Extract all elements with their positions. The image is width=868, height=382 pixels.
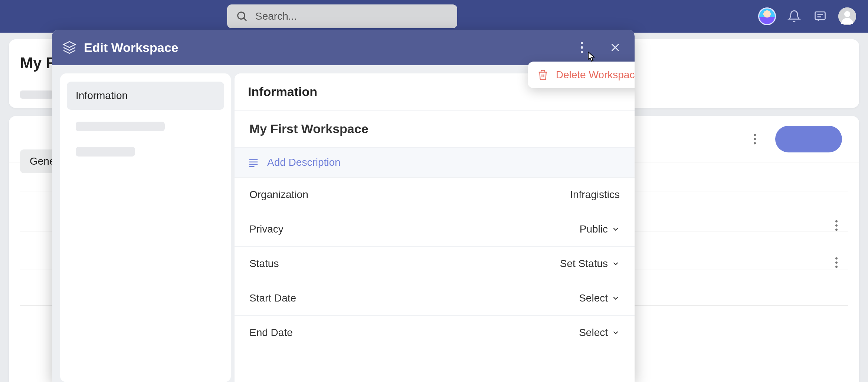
svg-point-17 — [581, 46, 583, 49]
delete-workspace-menu-item[interactable]: Delete Workspace — [556, 69, 635, 81]
field-label: Organization — [249, 189, 308, 201]
skeleton-placeholder — [76, 122, 165, 131]
skeleton-placeholder — [76, 147, 135, 157]
search-input[interactable] — [255, 10, 448, 22]
add-description-row[interactable]: Add Description — [235, 148, 635, 178]
assistant-avatar-icon[interactable] — [758, 7, 776, 25]
trash-icon — [537, 69, 548, 80]
organization-value[interactable]: Infragistics — [570, 189, 620, 201]
svg-point-8 — [754, 138, 756, 140]
svg-point-12 — [835, 228, 838, 231]
chevron-down-icon — [612, 294, 620, 302]
svg-point-10 — [835, 220, 838, 223]
field-start-date: Start Date Select — [235, 281, 635, 316]
svg-point-7 — [754, 134, 756, 136]
edit-workspace-modal: Edit Workspace Delete Workspace Informat… — [52, 30, 635, 382]
user-avatar-icon[interactable] — [838, 7, 856, 25]
start-date-select[interactable]: Select — [579, 292, 620, 304]
global-search[interactable] — [227, 4, 457, 28]
field-label: Start Date — [249, 292, 296, 304]
field-end-date: End Date Select — [235, 316, 635, 350]
chevron-down-icon — [612, 329, 620, 337]
svg-rect-2 — [815, 12, 825, 20]
svg-point-13 — [835, 257, 838, 260]
bell-icon[interactable] — [786, 9, 802, 24]
svg-point-0 — [238, 12, 245, 19]
field-organization: Organization Infragistics — [235, 178, 635, 212]
modal-sidebar: Information — [60, 73, 231, 382]
sidebar-item-information[interactable]: Information — [67, 82, 224, 110]
add-description-label: Add Description — [267, 157, 341, 168]
text-lines-icon — [248, 157, 259, 168]
svg-point-15 — [835, 266, 838, 268]
search-icon — [236, 10, 248, 22]
svg-point-16 — [581, 42, 583, 44]
field-label: End Date — [249, 327, 293, 339]
svg-point-18 — [581, 51, 583, 53]
chevron-down-icon — [612, 225, 620, 233]
modal-header: Edit Workspace Delete Workspace — [52, 30, 635, 65]
svg-point-6 — [844, 11, 850, 17]
svg-point-14 — [835, 261, 838, 264]
modal-title: Edit Workspace — [84, 40, 566, 55]
svg-point-11 — [835, 224, 838, 227]
field-privacy: Privacy Public — [235, 212, 635, 247]
layers-icon — [62, 40, 76, 55]
top-nav — [0, 0, 868, 33]
modal-more-menu: Delete Workspace — [528, 62, 635, 88]
privacy-select[interactable]: Public — [580, 223, 620, 235]
field-label: Privacy — [249, 223, 284, 235]
workspace-name[interactable]: My First Workspace — [249, 122, 620, 136]
row-kebab-icon[interactable] — [831, 220, 842, 231]
skeleton-placeholder — [20, 90, 53, 99]
chevron-down-icon — [612, 260, 620, 268]
field-status: Status Set Status — [235, 247, 635, 281]
modal-close-button[interactable] — [606, 39, 624, 56]
field-label: Status — [249, 258, 279, 270]
modal-more-button[interactable] — [573, 39, 591, 56]
chat-icon[interactable] — [812, 9, 828, 24]
row-kebab-icon[interactable] — [831, 257, 842, 268]
modal-main-panel: Information My First Workspace Add Descr… — [235, 73, 635, 382]
svg-line-1 — [244, 18, 246, 21]
kebab-icon[interactable] — [749, 134, 760, 145]
end-date-select[interactable]: Select — [579, 327, 620, 339]
svg-point-9 — [754, 142, 756, 144]
status-select[interactable]: Set Status — [560, 258, 620, 270]
primary-action-button[interactable] — [775, 126, 842, 152]
